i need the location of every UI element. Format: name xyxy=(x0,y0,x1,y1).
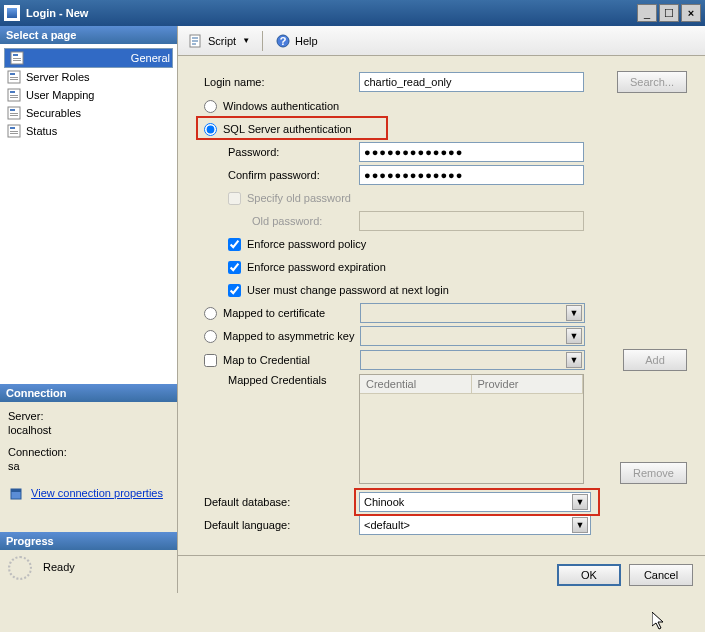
connection-panel: Server: localhost Connection: sa View co… xyxy=(0,402,177,532)
mapped-credentials-label: Mapped Credentials xyxy=(204,374,359,386)
must-change-checkbox[interactable] xyxy=(228,284,241,297)
svg-rect-18 xyxy=(10,131,18,132)
password-input[interactable] xyxy=(359,142,584,162)
svg-rect-7 xyxy=(10,79,18,80)
asym-select[interactable]: ▼ xyxy=(360,326,585,346)
svg-rect-21 xyxy=(11,489,21,492)
titlebar[interactable]: Login - New _ ☐ × xyxy=(0,0,705,26)
help-button[interactable]: ? Help xyxy=(271,31,322,51)
page-icon xyxy=(6,69,22,85)
sidebar-item-label: User Mapping xyxy=(26,89,94,101)
mapped-cert-radio[interactable] xyxy=(204,307,217,320)
map-credential-checkbox[interactable] xyxy=(204,354,217,367)
dropdown-icon: ▼ xyxy=(242,36,250,45)
svg-rect-9 xyxy=(10,91,15,93)
script-label: Script xyxy=(208,35,236,47)
dialog-footer: OK Cancel xyxy=(178,555,705,593)
mapped-cert-label: Mapped to certificate xyxy=(223,307,360,319)
enforce-policy-checkbox[interactable] xyxy=(228,238,241,251)
sidebar: Select a page General Server Roles User … xyxy=(0,26,178,593)
page-icon xyxy=(9,50,25,66)
page-list: General Server Roles User Mapping Secura… xyxy=(0,44,177,384)
specify-old-label: Specify old password xyxy=(247,192,351,204)
script-icon xyxy=(188,33,204,49)
add-button[interactable]: Add xyxy=(623,349,687,371)
maximize-button[interactable]: ☐ xyxy=(659,4,679,22)
enforce-expiration-label: Enforce password expiration xyxy=(247,261,386,273)
default-database-value: Chinook xyxy=(364,496,404,508)
sidebar-item-label: Status xyxy=(26,125,57,137)
mapped-asym-radio[interactable] xyxy=(204,330,217,343)
sidebar-item-server-roles[interactable]: Server Roles xyxy=(4,68,173,86)
select-page-header: Select a page xyxy=(0,26,177,44)
view-connection-properties-link[interactable]: View connection properties xyxy=(31,487,163,499)
connection-label: Connection: xyxy=(8,446,169,458)
svg-rect-2 xyxy=(13,58,21,59)
page-icon xyxy=(6,123,22,139)
login-name-input[interactable] xyxy=(359,72,584,92)
sidebar-item-user-mapping[interactable]: User Mapping xyxy=(4,86,173,104)
svg-rect-11 xyxy=(10,97,18,98)
svg-rect-6 xyxy=(10,77,18,78)
confirm-password-label: Confirm password: xyxy=(204,169,359,181)
sql-auth-label: SQL Server authentication xyxy=(223,123,352,135)
provider-column-header: Provider xyxy=(472,375,584,393)
must-change-label: User must change password at next login xyxy=(247,284,449,296)
svg-rect-19 xyxy=(10,133,18,134)
dropdown-arrow-icon: ▼ xyxy=(566,328,582,344)
sidebar-item-label: Server Roles xyxy=(26,71,90,83)
connection-header: Connection xyxy=(0,384,177,402)
server-label: Server: xyxy=(8,410,169,422)
page-icon xyxy=(6,105,22,121)
sidebar-item-label: Securables xyxy=(26,107,81,119)
progress-spinner-icon xyxy=(8,556,32,580)
dropdown-arrow-icon: ▼ xyxy=(566,305,582,321)
progress-header: Progress xyxy=(0,532,177,550)
help-icon: ? xyxy=(275,33,291,49)
enforce-expiration-checkbox[interactable] xyxy=(228,261,241,274)
dropdown-arrow-icon: ▼ xyxy=(572,494,588,510)
mouse-cursor-icon xyxy=(652,612,668,632)
credentials-table: Credential Provider xyxy=(359,374,584,484)
svg-rect-5 xyxy=(10,73,15,75)
default-database-label: Default database: xyxy=(204,496,359,508)
login-name-label: Login name: xyxy=(204,76,359,88)
minimize-button[interactable]: _ xyxy=(637,4,657,22)
dropdown-arrow-icon: ▼ xyxy=(572,517,588,533)
svg-rect-1 xyxy=(13,54,18,56)
ok-button[interactable]: OK xyxy=(557,564,621,586)
svg-rect-13 xyxy=(10,109,15,111)
close-button[interactable]: × xyxy=(681,4,701,22)
sidebar-item-general[interactable]: General xyxy=(4,48,173,68)
old-password-label: Old password: xyxy=(204,215,359,227)
enforce-policy-label: Enforce password policy xyxy=(247,238,366,250)
svg-rect-17 xyxy=(10,127,15,129)
toolbar: Script ▼ ? Help xyxy=(178,26,705,56)
script-button[interactable]: Script ▼ xyxy=(184,31,254,51)
window-title: Login - New xyxy=(26,7,637,19)
credential-select[interactable]: ▼ xyxy=(360,350,585,370)
credential-column-header: Credential xyxy=(360,375,472,393)
confirm-password-input[interactable] xyxy=(359,165,584,185)
default-database-select[interactable]: Chinook ▼ xyxy=(359,492,591,512)
search-button[interactable]: Search... xyxy=(617,71,687,93)
window-icon xyxy=(4,5,20,21)
form-panel: Login name: Search... Windows authentica… xyxy=(178,56,705,555)
sql-auth-radio[interactable] xyxy=(204,123,217,136)
connection-value: sa xyxy=(8,460,169,472)
svg-rect-15 xyxy=(10,115,18,116)
cancel-button[interactable]: Cancel xyxy=(629,564,693,586)
help-label: Help xyxy=(295,35,318,47)
progress-panel: Ready xyxy=(0,550,177,593)
sidebar-item-status[interactable]: Status xyxy=(4,122,173,140)
remove-button[interactable]: Remove xyxy=(620,462,687,484)
svg-rect-14 xyxy=(10,113,18,114)
windows-auth-radio[interactable] xyxy=(204,100,217,113)
default-language-select[interactable]: <default> ▼ xyxy=(359,515,591,535)
dropdown-arrow-icon: ▼ xyxy=(566,352,582,368)
cert-select[interactable]: ▼ xyxy=(360,303,585,323)
map-credential-label: Map to Credential xyxy=(223,354,360,366)
specify-old-checkbox xyxy=(228,192,241,205)
page-icon xyxy=(6,87,22,103)
sidebar-item-securables[interactable]: Securables xyxy=(4,104,173,122)
